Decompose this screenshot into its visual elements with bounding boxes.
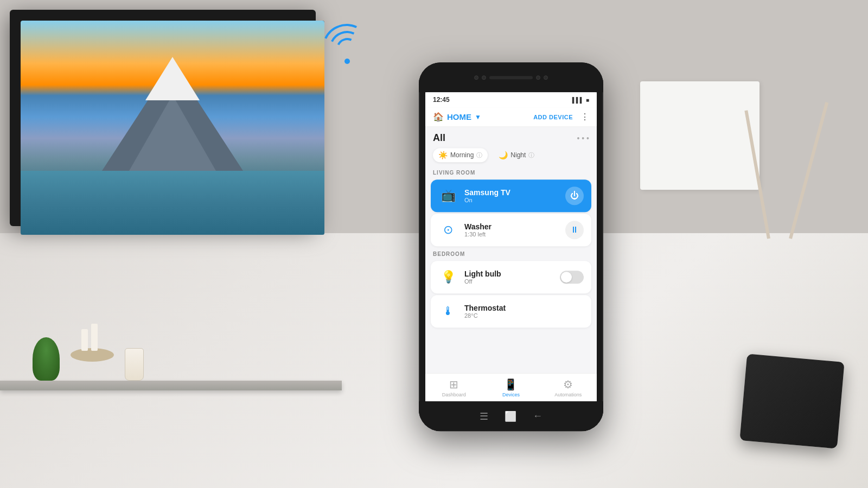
wifi-signal <box>315 11 380 70</box>
status-bar: 12:45 ▌▌▌ ■ <box>425 92 597 107</box>
bulb-info: Light bulb Off <box>464 269 553 285</box>
phone-home-button[interactable]: ⬜ <box>505 410 516 422</box>
phone-menu-button[interactable]: ☰ <box>480 410 488 422</box>
all-section-header: All • • • <box>425 127 597 146</box>
tv-icon-wrap: 📺 <box>438 186 458 206</box>
more-menu-icon[interactable]: ⋮ <box>580 112 589 122</box>
washer-icon: ⊙ <box>443 223 453 237</box>
tv-icon: 📺 <box>441 189 456 203</box>
tv-frame <box>10 10 316 226</box>
samsung-tv-card[interactable]: 📺 Samsung TV On ⏻ <box>431 179 591 212</box>
signal-icon: ▌▌▌ <box>572 97 584 103</box>
candle-1 <box>81 329 88 351</box>
tv-screen-content <box>21 21 324 235</box>
plant <box>33 337 60 381</box>
washer-card[interactable]: ⊙ Washer 1:30 left ⏸ <box>431 214 591 246</box>
lamp-stick-1 <box>789 102 828 239</box>
mountain-snow <box>145 57 200 100</box>
camera-dot-1 <box>474 75 478 80</box>
thermostat-status: 28°C <box>464 312 584 319</box>
camera-dot-4 <box>544 75 548 80</box>
living-room-label: LIVING ROOM <box>425 166 597 178</box>
status-icons: ▌▌▌ ■ <box>572 97 589 103</box>
lamp-stick-2 <box>744 110 770 239</box>
thermostat-name: Thermostat <box>464 304 584 312</box>
scenes-row: ☀️ Morning ⓘ 🌙 Night ⓘ <box>425 146 597 166</box>
right-decor <box>716 98 825 314</box>
candle-2 <box>91 324 98 351</box>
phone-notch <box>419 62 603 92</box>
camera-dot-3 <box>536 75 540 80</box>
phone-wrapper: 12:45 ▌▌▌ ■ 🏠 HOME ▼ ADD DEVICE <box>392 46 674 458</box>
toggle-knob <box>561 272 572 282</box>
bulb-name: Light bulb <box>464 269 553 278</box>
phone-speaker <box>489 76 533 79</box>
home-nav[interactable]: 🏠 HOME ▼ <box>433 112 481 122</box>
thermostat-card[interactable]: 🌡 Thermostat 28°C <box>431 295 591 328</box>
washer-pause-button[interactable]: ⏸ <box>565 221 584 239</box>
devices-label: Devices <box>502 392 520 397</box>
phone-hand: 12:45 ▌▌▌ ■ 🏠 HOME ▼ ADD DEVICE <box>392 46 674 458</box>
tv-status: On <box>464 197 559 203</box>
devices-icon: 📱 <box>504 378 518 391</box>
bedroom-label: BEDROOM <box>425 248 597 259</box>
scene-night[interactable]: 🌙 Night ⓘ <box>493 148 540 162</box>
wifi-dot <box>344 59 350 64</box>
nav-dashboard[interactable]: ⊞ Dashboard <box>425 374 482 401</box>
dashboard-icon: ⊞ <box>449 378 458 391</box>
bulb-icon: 💡 <box>441 270 456 284</box>
thermostat-info: Thermostat 28°C <box>464 304 584 319</box>
add-device-button[interactable]: ADD DEVICE <box>533 114 573 120</box>
phone-nav-bar: ☰ ⬜ ← <box>419 401 603 431</box>
nav-devices[interactable]: 📱 Devices <box>482 374 539 401</box>
phone-screen: 12:45 ▌▌▌ ■ 🏠 HOME ▼ ADD DEVICE <box>425 92 597 401</box>
bulb-toggle[interactable] <box>560 271 584 284</box>
dashboard-label: Dashboard <box>442 392 466 397</box>
battery-icon: ■ <box>586 97 589 103</box>
app-content: All • • • ☀️ Morning ⓘ 🌙 Night <box>425 127 597 373</box>
thermostat-icon: 🌡 <box>442 304 454 318</box>
header-actions: ADD DEVICE ⋮ <box>533 112 589 122</box>
bulb-icon-wrap: 💡 <box>438 267 458 287</box>
night-label: Night <box>510 151 526 159</box>
candle-plate <box>71 348 114 362</box>
bottom-nav: ⊞ Dashboard 📱 Devices ⚙ Automations <box>425 373 597 401</box>
phone-body: 12:45 ▌▌▌ ■ 🏠 HOME ▼ ADD DEVICE <box>419 62 603 431</box>
tv-info: Samsung TV On <box>464 188 559 203</box>
vase <box>125 348 144 381</box>
washer-name: Washer <box>464 222 559 231</box>
automations-icon: ⚙ <box>563 378 573 391</box>
night-info: ⓘ <box>528 151 534 159</box>
shelf <box>0 381 342 390</box>
home-icon: 🏠 <box>433 112 444 122</box>
sun-icon: ☀️ <box>438 151 448 159</box>
dropdown-icon[interactable]: ▼ <box>475 113 481 121</box>
tv-water <box>21 171 324 235</box>
bulb-status: Off <box>464 278 553 285</box>
thermostat-icon-wrap: 🌡 <box>438 301 458 321</box>
phone-camera-area <box>474 75 548 80</box>
shelf-items <box>33 337 144 381</box>
dark-device <box>739 354 844 448</box>
home-label: HOME <box>447 112 471 121</box>
washer-icon-wrap: ⊙ <box>438 220 458 240</box>
section-dots[interactable]: • • • <box>577 134 589 143</box>
morning-info: ⓘ <box>476 151 482 159</box>
tv-name: Samsung TV <box>464 188 559 197</box>
tv-screen <box>21 21 324 235</box>
moon-icon: 🌙 <box>499 151 508 159</box>
nav-automations[interactable]: ⚙ Automations <box>540 374 597 401</box>
phone-back-button[interactable]: ← <box>533 410 542 422</box>
status-time: 12:45 <box>433 96 450 104</box>
app-header: 🏠 HOME ▼ ADD DEVICE ⋮ <box>425 107 597 127</box>
light-bulb-card[interactable]: 💡 Light bulb Off <box>431 261 591 293</box>
camera-dot-2 <box>482 75 486 80</box>
tv-power-button[interactable]: ⏻ <box>565 187 584 205</box>
all-title: All <box>433 132 445 144</box>
automations-label: Automations <box>554 392 582 397</box>
morning-label: Morning <box>450 151 474 159</box>
washer-status: 1:30 left <box>464 231 559 237</box>
scene-morning[interactable]: ☀️ Morning ⓘ <box>433 148 488 162</box>
washer-info: Washer 1:30 left <box>464 222 559 237</box>
